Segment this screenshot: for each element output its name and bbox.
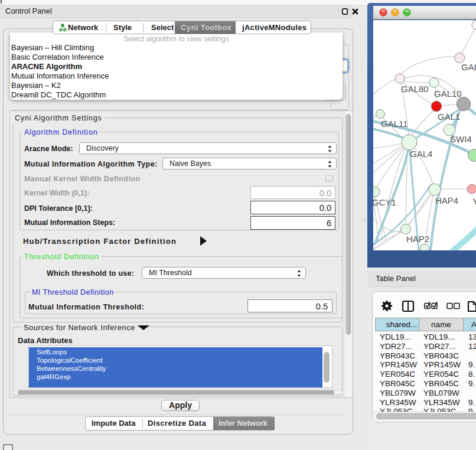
svg-text:GAL10: GAL10 bbox=[434, 89, 462, 99]
svg-text:GAL11: GAL11 bbox=[381, 119, 408, 129]
svg-text:SWI4: SWI4 bbox=[450, 134, 472, 144]
svg-text:GAL4: GAL4 bbox=[410, 149, 432, 159]
svg-text:HAP4: HAP4 bbox=[435, 195, 458, 206]
svg-text:GAL7: GAL7 bbox=[461, 62, 476, 72]
svg-text:GAL80: GAL80 bbox=[401, 84, 429, 94]
svg-text:YM: YM bbox=[472, 196, 476, 206]
svg-text:GCY1: GCY1 bbox=[373, 197, 396, 207]
svg-text:GAL1: GAL1 bbox=[438, 112, 460, 122]
svg-text:HAP2: HAP2 bbox=[406, 234, 429, 244]
